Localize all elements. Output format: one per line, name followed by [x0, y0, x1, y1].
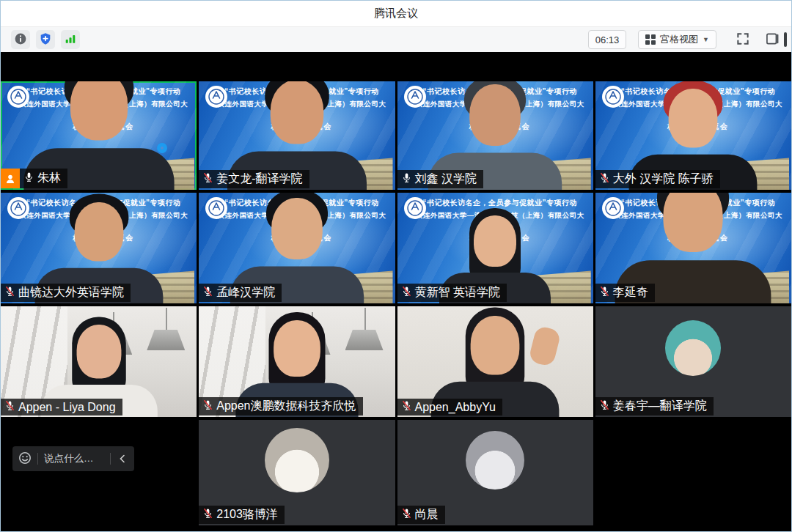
- video-tile[interactable]: Appen_AbbyYu: [397, 306, 593, 417]
- mic-muted-icon: [599, 399, 610, 413]
- meeting-info-button[interactable]: [11, 30, 30, 49]
- video-tile[interactable]: “书记校长访名企，全员参与促就业”专项行动 大连外国语大学—澳鹏数据科技（上海）…: [397, 81, 593, 190]
- participant-name-label: 姜春宇—翻译学院: [595, 397, 714, 415]
- participant-name: 朱林: [37, 171, 61, 186]
- emoji-button[interactable]: [18, 451, 32, 467]
- mic-muted-icon: [599, 172, 610, 186]
- university-logo-icon: [602, 197, 624, 219]
- sidebar-toggle-button[interactable]: [765, 32, 780, 48]
- avatar: [665, 320, 721, 376]
- clipped-icon: [784, 32, 787, 47]
- video-tile[interactable]: Appen澳鹏数据科技齐欣悦: [199, 306, 395, 417]
- participant-name-label: 朱林: [20, 169, 67, 188]
- mic-muted-icon: [4, 400, 15, 414]
- video-tile[interactable]: “书记校长访名企，全员参与促就业”专项行动 大连外国语大学—澳鹏数据科技（上海）…: [199, 81, 395, 190]
- signal-bars-icon: [64, 32, 77, 48]
- university-logo-icon: [205, 86, 227, 108]
- participant-name: 姜文龙-翻译学院: [216, 171, 302, 187]
- participant-name: 孟峰汉学院: [216, 285, 275, 300]
- title-bar: 腾讯会议: [1, 1, 791, 27]
- meeting-window: 腾讯会议 06:13 宫格视图 ▼: [0, 0, 792, 532]
- university-logo-icon: [602, 86, 624, 108]
- university-logo-icon: [205, 197, 227, 219]
- layout-view-button[interactable]: 宫格视图 ▼: [638, 30, 716, 49]
- mic-icon: [23, 171, 34, 185]
- mic-icon: [401, 172, 412, 186]
- chevron-left-icon: [118, 453, 127, 465]
- collapse-chat-button[interactable]: [117, 453, 128, 465]
- participant-name: 姜春宇—翻译学院: [613, 399, 707, 414]
- participant-name-label: 曲镜达大外英语学院: [1, 284, 131, 302]
- layout-view-label: 宫格视图: [660, 33, 698, 46]
- mic-muted-icon: [202, 172, 213, 186]
- participant-name: 尚晨: [415, 507, 439, 522]
- video-tile[interactable]: 姜春宇—翻译学院: [595, 306, 791, 417]
- participant-name-label: Appen澳鹏数据科技齐欣悦: [199, 397, 362, 415]
- participant-name: Appen - Liya Dong: [18, 401, 116, 414]
- participant-name-label: 2103骆博洋: [199, 506, 285, 524]
- fullscreen-icon: [736, 32, 750, 48]
- avatar: [466, 431, 524, 489]
- shield-plus-icon: [39, 32, 52, 48]
- participant-name-label: 尚晨: [397, 506, 445, 524]
- divider: [110, 453, 111, 465]
- participant-name-label: 大外 汉学院 陈子骄: [595, 170, 720, 188]
- video-tile[interactable]: 2103骆博洋: [199, 420, 395, 525]
- mic-muted-icon: [401, 400, 412, 414]
- meeting-duration: 06:13: [588, 30, 626, 49]
- video-tile[interactable]: “书记校长访名企，全员参与促就业”专项行动 大连外国语大学—澳鹏数据科技（上海）…: [1, 193, 197, 303]
- mic-muted-icon: [202, 508, 213, 522]
- chevron-down-icon: ▼: [703, 36, 709, 43]
- participant-name: 李延奇: [613, 285, 648, 300]
- mic-muted-icon: [202, 399, 213, 413]
- avatar: [265, 428, 329, 492]
- participant-name-label: Appen - Liya Dong: [1, 399, 122, 415]
- chat-input[interactable]: 说点什么…: [44, 452, 104, 465]
- window-title: 腾讯会议: [374, 7, 418, 21]
- meeting-protection-button[interactable]: [36, 30, 55, 49]
- video-tile[interactable]: Appen - Liya Dong: [1, 306, 197, 417]
- video-tile[interactable]: 尚晨: [397, 420, 593, 525]
- participant-name-label: 孟峰汉学院: [199, 284, 282, 302]
- participant-name-label: 李延奇: [595, 284, 655, 302]
- info-icon: [14, 32, 27, 48]
- mic-muted-icon: [202, 286, 213, 300]
- video-tile[interactable]: “书记校长访名企，全员参与促就业”专项行动 大连外国语大学—澳鹏数据科技（上海）…: [595, 193, 791, 303]
- host-badge-icon: [1, 169, 20, 188]
- participant-name: 曲镜达大外英语学院: [18, 285, 124, 300]
- participant-name-label: 刘鑫 汉学院: [397, 170, 483, 188]
- video-tile[interactable]: “书记校长访名企，全员参与促就业”专项行动 大连外国语大学—澳鹏数据科技（上海）…: [199, 193, 395, 303]
- video-area: “书记校长访名企，全员参与促就业”专项行动 大连外国语大学—澳鹏数据科技（上海）…: [1, 52, 791, 532]
- mic-muted-icon: [401, 508, 412, 522]
- participant-name: 刘鑫 汉学院: [415, 171, 477, 187]
- participant-name: 黄新智 英语学院: [415, 285, 500, 300]
- participant-name-label: 黄新智 英语学院: [397, 284, 507, 302]
- smiley-icon: [18, 451, 32, 467]
- participant-name: Appen澳鹏数据科技齐欣悦: [216, 399, 356, 414]
- video-tile[interactable]: “书记校长访名企，全员参与促就业”专项行动 大连外国语大学—澳鹏数据科技（上海）…: [1, 81, 197, 190]
- university-logo-icon: [7, 86, 29, 108]
- mic-muted-icon: [401, 286, 412, 300]
- participant-name: 2103骆博洋: [216, 507, 278, 522]
- video-tile[interactable]: “书记校长访名企，全员参与促就业”专项行动 大连外国语大学—澳鹏数据科技（上海）…: [595, 81, 791, 190]
- network-status-button[interactable]: [61, 30, 80, 49]
- mic-muted-icon: [599, 286, 610, 300]
- grid-view-icon: [645, 34, 656, 45]
- university-logo-icon: [404, 86, 426, 108]
- university-logo-icon: [404, 197, 426, 219]
- participant-name-label: 姜文龙-翻译学院: [199, 170, 309, 188]
- chat-quick-bar: 说点什么…: [12, 446, 134, 471]
- fullscreen-button[interactable]: [736, 32, 750, 48]
- meeting-toolbar: 06:13 宫格视图 ▼: [1, 27, 791, 52]
- video-tile[interactable]: “书记校长访名企，全员参与促就业”专项行动 大连外国语大学—澳鹏数据科技（上海）…: [397, 193, 593, 303]
- university-logo-icon: [7, 197, 29, 219]
- mic-muted-icon: [4, 286, 15, 300]
- sidebar-panel-icon: [765, 32, 780, 48]
- divider: [37, 453, 38, 465]
- participant-name-label: Appen_AbbyYu: [397, 399, 502, 415]
- participant-name: 大外 汉学院 陈子骄: [613, 171, 714, 187]
- participant-name: Appen_AbbyYu: [415, 401, 496, 414]
